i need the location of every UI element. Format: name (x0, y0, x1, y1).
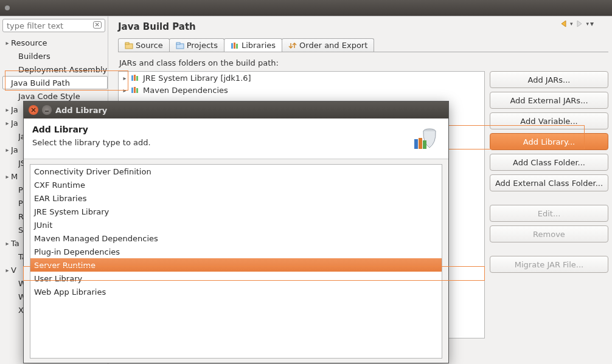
back-menu-icon[interactable]: ▾ (570, 21, 573, 27)
library-books-icon (131, 74, 141, 81)
tree-item-deployment-assembly[interactable]: ▸Deployment Assembly (2, 63, 108, 76)
svg-rect-10 (131, 88, 133, 93)
tab-label: Projects (187, 41, 218, 50)
add-variable-button[interactable]: Add Variable... (490, 112, 608, 129)
library-type-row[interactable]: Web App Libraries (30, 285, 442, 298)
svg-rect-8 (134, 75, 136, 81)
svg-rect-12 (136, 88, 138, 93)
tab-projects[interactable]: Projects (169, 38, 224, 52)
view-menu-icon[interactable]: ▾ (590, 19, 594, 28)
add-class-folder-button[interactable]: Add Class Folder... (490, 154, 608, 171)
svg-rect-11 (134, 87, 136, 93)
library-type-row[interactable]: Connectivity Driver Definition (30, 165, 442, 178)
library-type-row[interactable]: User Library (30, 272, 442, 285)
dialog-heading: Add Library (32, 125, 413, 134)
remove-button[interactable]: Remove (490, 225, 608, 242)
clear-filter-icon[interactable]: ✕ (93, 21, 102, 29)
svg-rect-15 (419, 138, 422, 149)
filter-input[interactable] (2, 19, 105, 32)
navigation-toolbar: ▾ ▾ ▾ (559, 19, 594, 29)
page-title: Java Build Path (118, 16, 608, 38)
library-buttons-column: Add JARs... Add External JARs... Add Var… (490, 71, 608, 338)
tree-item-builders[interactable]: ▸Builders (2, 49, 108, 63)
edit-button[interactable]: Edit... (490, 205, 608, 222)
tree-item-resource[interactable]: ▸Resource (2, 36, 108, 49)
parent-window-titlebar (0, 0, 612, 16)
titlebar-dot-icon (5, 5, 10, 10)
library-type-list[interactable]: Connectivity Driver Definition CXF Runti… (30, 164, 442, 359)
svg-rect-3 (176, 43, 180, 44)
library-type-row[interactable]: EAR Libraries (30, 191, 442, 205)
libraries-icon (231, 42, 239, 49)
svg-rect-9 (136, 76, 138, 81)
library-type-row[interactable]: JRE System Library (30, 205, 442, 218)
dialog-banner: Add Library Select the library type to a… (24, 118, 448, 159)
svg-rect-4 (231, 43, 233, 49)
build-path-tabs: Source Projects Libraries Order and Expo… (118, 38, 608, 52)
add-jars-button[interactable]: Add JARs... (490, 71, 608, 88)
add-external-class-folder-button[interactable]: Add External Class Folder... (490, 174, 608, 191)
library-label: JRE System Library [jdk1.6] (143, 74, 251, 83)
close-icon[interactable] (29, 105, 38, 115)
tab-label: Order and Export (299, 41, 367, 50)
library-type-row-server-runtime[interactable]: Server Runtime (30, 258, 442, 272)
dialog-titlebar[interactable]: Add Library (24, 101, 448, 118)
add-library-dialog: Add Library Add Library Select the libra… (23, 101, 449, 363)
tab-order-export[interactable]: Order and Export (282, 38, 374, 52)
library-type-row[interactable]: CXF Runtime (30, 178, 442, 191)
libraries-caption: JARs and class folders on the build path… (118, 52, 608, 71)
tab-label: Source (136, 41, 163, 50)
library-type-row[interactable]: JUnit (30, 218, 442, 232)
source-folder-icon (125, 42, 133, 49)
library-row[interactable]: ▸ Maven Dependencies (119, 84, 484, 96)
add-library-button[interactable]: Add Library... (490, 133, 608, 150)
svg-rect-16 (423, 140, 426, 149)
dialog-subheading: Select the library type to add. (32, 138, 413, 147)
library-row[interactable]: ▸ JRE System Library [jdk1.6] (119, 72, 484, 84)
svg-rect-6 (236, 44, 238, 49)
tab-libraries[interactable]: Libraries (224, 38, 282, 52)
tab-label: Libraries (242, 41, 276, 50)
svg-rect-7 (131, 75, 133, 81)
svg-rect-14 (414, 139, 418, 149)
svg-rect-1 (125, 43, 129, 44)
dialog-title: Add Library (55, 106, 107, 115)
jar-books-icon (413, 125, 440, 150)
svg-rect-5 (234, 43, 235, 49)
tree-item-java-build-path[interactable]: ▸Java Build Path (2, 76, 108, 89)
order-export-icon (288, 42, 297, 49)
library-type-row[interactable]: Plug-in Dependencies (30, 245, 442, 258)
library-books-icon (131, 86, 141, 94)
back-icon[interactable] (559, 19, 569, 29)
forward-menu-icon[interactable]: ▾ (586, 21, 589, 27)
library-label: Maven Dependencies (143, 86, 228, 95)
migrate-jar-button[interactable]: Migrate JAR File... (490, 256, 608, 273)
tab-source[interactable]: Source (118, 38, 170, 52)
projects-folder-icon (176, 42, 184, 49)
add-external-jars-button[interactable]: Add External JARs... (490, 92, 608, 109)
minimize-icon[interactable] (42, 105, 52, 115)
forward-icon[interactable] (575, 19, 585, 29)
library-type-row[interactable]: Maven Managed Dependencies (30, 232, 442, 245)
